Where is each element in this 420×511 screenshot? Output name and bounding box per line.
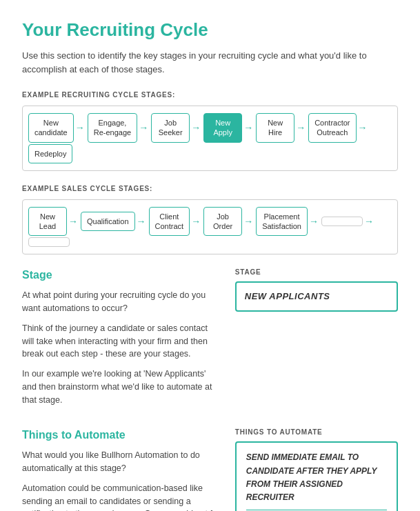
stage-arrow: → — [309, 214, 319, 229]
stage-left: Stage At what point during your recruiti… — [22, 267, 221, 413]
stage-item: → — [321, 214, 375, 229]
sales-cycle-box: New Lead→Qualification→Client Contract→J… — [22, 199, 398, 255]
stage-arrow: → — [137, 214, 146, 229]
stage-section: Stage At what point during your recruiti… — [22, 267, 398, 413]
stage-input-label: STAGE — [235, 267, 398, 277]
stage-arrow: → — [296, 121, 306, 135]
stage-item: Engage, Re-engage→ — [88, 113, 150, 143]
stage-arrow: → — [243, 121, 253, 135]
stage-heading: Stage — [22, 267, 221, 283]
stage-arrow: → — [364, 214, 374, 229]
stage-item: Placement Satisfaction→ — [256, 207, 320, 237]
stage-item: New candidate→ — [28, 113, 86, 143]
stage-item: New Lead→ — [28, 207, 79, 237]
stage-box: Engage, Re-engage — [88, 113, 137, 143]
sales-label: EXAMPLE SALES CYCLE STAGES: — [22, 183, 398, 194]
stage-box: New Lead — [28, 207, 67, 237]
stage-box: New Apply — [203, 113, 242, 143]
stage-box: Job Order — [203, 207, 242, 237]
automate-section: Things to Automate What would you like B… — [22, 427, 398, 511]
stage-box: Contractor Outreach — [308, 113, 356, 143]
stage-box: Qualification — [81, 212, 135, 231]
recruiting-cycle-section: EXAMPLE RECRUITING CYCLE STAGES: New can… — [22, 90, 398, 171]
automate-p1: What would you like Bullhorn Automation … — [22, 449, 221, 475]
stage-arrow: → — [191, 121, 201, 135]
stage-item: Job Order→ — [203, 207, 254, 237]
page-subtitle: Use this section to identify the key sta… — [22, 49, 398, 76]
stage-box: New Hire — [256, 113, 294, 143]
page-title: Your Recruiting Cycle — [22, 17, 398, 43]
stage-item: Job Seeker→ — [151, 113, 202, 143]
stage-right: STAGE New applicants — [235, 267, 398, 413]
stage-item: New Apply→ — [203, 113, 254, 143]
automate-box[interactable]: Send immediate email to candidate after … — [235, 441, 398, 511]
stage-box — [321, 217, 363, 226]
stage-arrow: → — [358, 121, 368, 135]
automate-left: Things to Automate What would you like B… — [22, 427, 221, 511]
recruiting-label: EXAMPLE RECRUITING CYCLE STAGES: — [22, 90, 398, 100]
recruiting-stages: New candidate→Engage, Re-engage→Job Seek… — [28, 113, 392, 163]
stage-box: New candidate — [28, 113, 74, 143]
stage-arrow: → — [68, 214, 78, 229]
stage-arrow: → — [75, 121, 85, 135]
stage-p3: In our example we're looking at 'New App… — [22, 368, 221, 406]
sales-cycle-section: EXAMPLE SALES CYCLE STAGES: New Lead→Qua… — [22, 183, 398, 255]
automate-item: Send immediate email to candidate after … — [246, 451, 387, 504]
stage-box: Client Contract — [149, 207, 190, 237]
stage-item: Redeploy — [28, 144, 72, 163]
stage-item: Qualification→ — [81, 212, 148, 231]
sales-stages: New Lead→Qualification→Client Contract→J… — [28, 207, 392, 248]
stage-arrow: → — [139, 121, 148, 135]
stage-p2: Think of the journey a candidate or sale… — [22, 322, 221, 361]
stage-item: Contractor Outreach→ — [308, 113, 368, 143]
stage-box: Redeploy — [28, 144, 72, 163]
automate-right: THINGS TO AUTOMATE Send immediate email … — [235, 427, 398, 511]
recruiting-cycle-box: New candidate→Engage, Re-engage→Job Seek… — [22, 106, 398, 171]
stage-box: Job Seeker — [151, 113, 190, 143]
automate-heading: Things to Automate — [22, 427, 221, 443]
automate-divider — [246, 510, 387, 510]
stage-item — [28, 237, 70, 247]
stage-item: Client Contract→ — [149, 207, 203, 237]
stage-input-box[interactable]: New applicants — [235, 281, 398, 312]
stage-p1: At what point during your recruiting cyc… — [22, 289, 221, 315]
automate-p2: Automation could be communication-based … — [22, 482, 221, 511]
stage-box: Placement Satisfaction — [256, 207, 308, 237]
stage-arrow: → — [191, 214, 201, 229]
automate-label: THINGS TO AUTOMATE — [235, 427, 398, 437]
stage-box — [28, 237, 70, 247]
stage-arrow: → — [243, 214, 253, 229]
stage-item: New Hire→ — [256, 113, 307, 143]
